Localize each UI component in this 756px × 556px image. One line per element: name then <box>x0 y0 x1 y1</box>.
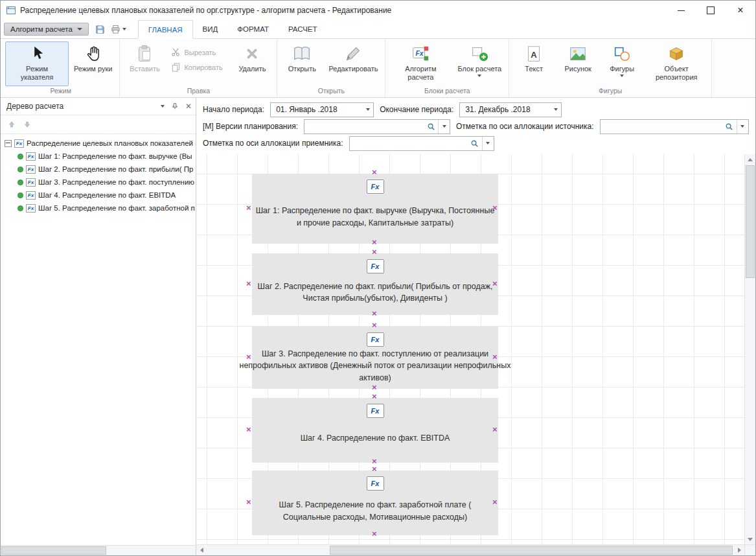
canvas-vertical-scrollbar[interactable] <box>744 154 755 544</box>
anchor-point-bottom[interactable] <box>372 311 378 318</box>
anchor-point-top[interactable] <box>372 467 378 473</box>
tree-item-step2[interactable]: Fx Шаг 2. Распределение по факт. прибыли… <box>1 163 196 176</box>
chevron-down-icon[interactable] <box>439 120 450 133</box>
paste-button[interactable]: Вставить <box>123 41 166 86</box>
status-dot-icon <box>17 192 23 198</box>
collapse-icon[interactable] <box>5 140 12 147</box>
canvas-horizontal-scrollbar[interactable] <box>196 544 744 555</box>
anchor-point-bottom[interactable] <box>372 385 378 391</box>
anchor-point-bottom[interactable] <box>372 240 378 246</box>
anchor-point-top[interactable] <box>372 170 378 176</box>
app-menu-button[interactable]: Алгоритм расчета <box>4 23 89 36</box>
scroll-up-button[interactable] <box>745 154 755 165</box>
delete-button[interactable]: Удалить <box>231 41 273 86</box>
anchor-point-left[interactable] <box>246 427 253 434</box>
repository-object-button[interactable]: Объект репозитория <box>645 41 708 86</box>
anchor-point-left[interactable] <box>246 205 253 212</box>
pointer-mode-button[interactable]: Режим указателя <box>5 41 69 86</box>
alloc-target-combo[interactable] <box>349 136 494 151</box>
print-button[interactable] <box>109 23 128 36</box>
period-end-combo[interactable]: 31. Декабрь .2018 <box>459 102 562 117</box>
tree-item-step3[interactable]: Fx Шаг 3. Распределение по факт. поступл… <box>1 176 196 189</box>
tree-item-step1[interactable]: Fx Шаг 1: Распределение по факт. выручке… <box>1 150 196 163</box>
scroll-left-button[interactable] <box>196 545 207 555</box>
calc-block-step2[interactable]: Fx Шаг 2. Распределение по факт. прибыли… <box>252 253 498 315</box>
edit-block-button[interactable]: Редактировать <box>325 41 382 86</box>
calc-block-step1[interactable]: Fx Шаг 1: Распределение по факт. выручке… <box>252 174 498 244</box>
figures-button[interactable]: Фигуры <box>601 41 643 86</box>
anchor-point-right[interactable] <box>492 281 499 288</box>
fx-badge-icon: Fx <box>367 332 384 347</box>
plan-version-combo[interactable] <box>304 119 450 134</box>
search-icon[interactable] <box>722 120 737 133</box>
alloc-source-combo[interactable] <box>600 119 749 134</box>
tab-format[interactable]: ФОРМАТ <box>227 20 279 38</box>
maximize-button[interactable] <box>696 1 726 20</box>
tree-root-item[interactable]: Fx Распределение целевых плановых показа… <box>1 137 196 150</box>
anchor-point-left[interactable] <box>246 354 253 361</box>
pin-icon[interactable] <box>171 102 179 110</box>
algorithm-button[interactable]: Fx Алгоритм расчета <box>389 41 452 86</box>
alloc-target-input[interactable] <box>350 137 468 150</box>
ribbon-group-edit: Вставить Вырезать <box>120 39 277 97</box>
anchor-point-bottom[interactable] <box>372 531 378 538</box>
group-label-open: Открыть <box>277 86 385 97</box>
picture-button[interactable]: Рисунок <box>556 41 599 86</box>
anchor-point-left[interactable] <box>246 500 253 506</box>
open-button[interactable]: Открыть <box>281 41 323 86</box>
calc-block-step3[interactable]: Fx Шаг 3. Распределение по факт. поступл… <box>252 327 498 389</box>
close-button[interactable]: × <box>726 1 755 20</box>
scrollbar-thumb[interactable] <box>330 546 733 555</box>
chevron-down-icon[interactable] <box>550 103 561 117</box>
anchor-point-right[interactable] <box>492 500 499 506</box>
calc-block-step4[interactable]: Fx Шаг 4. Распределение по факт. EBITDA <box>252 398 498 463</box>
tab-view[interactable]: ВИД <box>193 20 228 38</box>
anchor-point-right[interactable] <box>492 354 499 361</box>
tree-item-label: Шаг 2. Распределение по факт. прибыли( П… <box>38 165 193 173</box>
calc-block-button[interactable]: Блок расчета <box>453 41 505 86</box>
plan-version-input[interactable] <box>304 120 424 133</box>
tree-item-step5[interactable]: Fx Шаг 5. Распределение по факт. заработ… <box>1 202 196 214</box>
cut-button[interactable]: Вырезать <box>167 46 229 58</box>
scrollbar-thumb[interactable] <box>1 546 106 555</box>
search-icon[interactable] <box>424 120 439 133</box>
tree-horizontal-scrollbar[interactable] <box>1 545 196 555</box>
scroll-down-button[interactable] <box>745 534 755 544</box>
app-menu-label: Алгоритм расчета <box>10 25 73 33</box>
anchor-point-right[interactable] <box>492 427 499 434</box>
anchor-point-top[interactable] <box>372 249 378 256</box>
alloc-source-input[interactable] <box>601 120 722 133</box>
scrollbar-thumb[interactable] <box>746 165 755 278</box>
fx-node-icon: Fx <box>26 152 36 161</box>
chevron-down-icon[interactable] <box>483 137 494 150</box>
tab-home[interactable]: ГЛАВНАЯ <box>138 20 193 39</box>
period-start-combo[interactable]: 01. Январь .2018 <box>270 102 374 117</box>
move-up-icon[interactable] <box>7 120 16 129</box>
ribbon-group-mode: Режим указателя Режим руки Режим <box>2 39 120 97</box>
panel-menu-icon[interactable] <box>161 105 165 108</box>
search-icon[interactable] <box>468 137 483 150</box>
fx-node-icon: Fx <box>26 165 36 174</box>
parameters-form: Начало периода: 01. Январь .2018 Окончан… <box>196 98 755 154</box>
scroll-right-button[interactable] <box>734 545 744 555</box>
scrollbar-corner <box>744 544 755 555</box>
hand-mode-button[interactable]: Режим руки <box>70 41 116 86</box>
save-button[interactable] <box>94 23 106 36</box>
anchor-point-right[interactable] <box>492 205 499 212</box>
anchor-point-left[interactable] <box>246 281 253 288</box>
copy-button[interactable]: Копировать <box>167 61 229 73</box>
diagram-canvas[interactable]: Fx Шаг 1: Распределение по факт. выручке… <box>196 154 745 544</box>
chevron-down-icon[interactable] <box>362 103 373 117</box>
calc-block-step5[interactable]: Fx Шаг 5. Распределение по факт. заработ… <box>252 470 498 535</box>
panel-close-icon[interactable]: ✕ <box>185 102 192 111</box>
tab-calc[interactable]: РАСЧЕТ <box>279 20 327 38</box>
anchor-point-top[interactable] <box>372 323 378 329</box>
tree-item-step4[interactable]: Fx Шаг 4. Распределение по факт. EBITDA <box>1 189 196 202</box>
chevron-down-icon <box>620 75 624 77</box>
move-down-icon[interactable] <box>23 120 32 129</box>
text-button[interactable]: A Текст <box>512 41 555 86</box>
chevron-down-icon[interactable] <box>737 120 748 133</box>
anchor-point-top[interactable] <box>372 394 378 400</box>
alloc-source-label: Отметка по оси аллокации источника: <box>456 122 593 131</box>
minimize-button[interactable] <box>666 1 696 20</box>
